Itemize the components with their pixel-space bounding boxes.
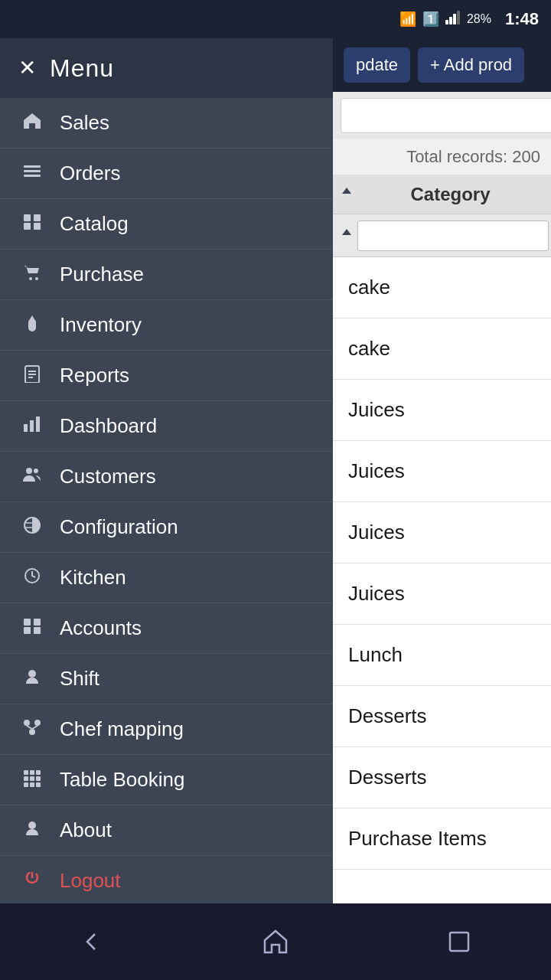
inventory-icon	[21, 314, 43, 337]
shift-icon	[21, 668, 43, 691]
customers-icon	[21, 466, 43, 488]
sort-icon[interactable]	[341, 186, 353, 202]
reports-icon	[21, 364, 43, 387]
battery-percent: 28%	[467, 12, 491, 26]
sidebar-item-dashboard[interactable]: Dashboard	[0, 401, 333, 452]
category-name-6: Juices	[348, 582, 405, 606]
update-button[interactable]: pdate	[344, 47, 410, 83]
svg-rect-9	[24, 223, 31, 230]
svg-rect-27	[34, 619, 41, 626]
status-icons: 📶 1️⃣ 28% 1:48	[399, 9, 539, 29]
category-name-5: Juices	[348, 521, 405, 544]
sidebar-item-shift[interactable]: Shift	[0, 654, 333, 704]
svg-rect-53	[450, 933, 468, 951]
svg-rect-6	[24, 175, 41, 177]
sidebar-item-logout-label: Logout	[60, 869, 121, 893]
sidebar-item-reports[interactable]: Reports	[0, 351, 333, 401]
svg-rect-41	[36, 776, 41, 781]
sidebar-item-inventory[interactable]: Inventory	[0, 300, 333, 351]
right-panel: pdate + Add prod Total records: 200	[333, 38, 551, 980]
recent-apps-button[interactable]	[429, 919, 490, 965]
sidebar-item-orders[interactable]: Orders	[0, 149, 333, 199]
search-bar	[333, 92, 551, 139]
sidebar-item-chef-mapping[interactable]: Chef mapping	[0, 704, 333, 755]
sidebar-item-logout[interactable]: Logout	[0, 856, 333, 906]
category-item-5[interactable]: Juices	[333, 502, 551, 564]
menu-title: Menu	[50, 54, 114, 83]
category-name-10: Purchase Items	[348, 827, 487, 851]
sidebar-item-kitchen[interactable]: Kitchen	[0, 553, 333, 603]
svg-rect-40	[30, 776, 34, 781]
purchase-icon	[21, 263, 43, 286]
orders-icon	[21, 162, 43, 185]
svg-rect-18	[30, 420, 34, 432]
svg-marker-50	[342, 188, 351, 194]
signal-icon	[445, 11, 461, 28]
category-filter-input[interactable]	[357, 220, 549, 251]
catalog-icon	[21, 213, 43, 236]
home-button[interactable]	[245, 919, 306, 965]
svg-marker-51	[342, 229, 351, 235]
svg-point-20	[26, 468, 32, 474]
svg-line-34	[27, 726, 32, 729]
add-product-button[interactable]: + Add prod	[418, 47, 524, 83]
sidebar-item-purchase[interactable]: Purchase	[0, 250, 333, 300]
back-button[interactable]	[61, 919, 122, 965]
sidebar-item-table-booking[interactable]: Table Booking	[0, 755, 333, 805]
svg-rect-3	[457, 11, 460, 24]
sidebar: ✕ Menu Sales	[0, 38, 333, 980]
svg-rect-28	[24, 627, 31, 634]
sidebar-item-customers[interactable]: Customers	[0, 452, 333, 502]
category-name-9: Desserts	[348, 766, 427, 789]
filter-row	[333, 214, 551, 257]
total-records-label: Total records: 200	[406, 147, 540, 166]
sidebar-item-accounts[interactable]: Accounts	[0, 603, 333, 654]
sidebar-item-customers-label: Customers	[60, 465, 156, 488]
category-item-8[interactable]: Desserts	[333, 686, 551, 747]
svg-rect-5	[24, 170, 41, 172]
sidebar-item-about[interactable]: About	[0, 805, 333, 856]
svg-point-12	[35, 277, 38, 280]
chef-mapping-icon	[21, 718, 43, 741]
close-icon[interactable]: ✕	[18, 57, 36, 79]
home-icon	[21, 112, 43, 135]
menu-header[interactable]: ✕ Menu	[0, 38, 333, 98]
category-item-4[interactable]: Juices	[333, 441, 551, 502]
category-item-6[interactable]: Juices	[333, 564, 551, 625]
accounts-icon	[21, 617, 43, 640]
sidebar-item-sales-label: Sales	[60, 111, 109, 135]
svg-rect-42	[24, 782, 28, 787]
sidebar-item-configuration[interactable]: Configuration	[0, 502, 333, 553]
sidebar-item-reports-label: Reports	[60, 364, 129, 387]
category-item-7[interactable]: Lunch	[333, 625, 551, 686]
category-name-4: Juices	[348, 459, 405, 483]
kitchen-icon	[21, 567, 43, 590]
category-item-1[interactable]: cake	[333, 257, 551, 318]
category-name-1: cake	[348, 276, 390, 299]
svg-rect-39	[24, 776, 28, 781]
category-item-3[interactable]: Juices	[333, 380, 551, 441]
category-item-9[interactable]: Desserts	[333, 747, 551, 808]
svg-rect-8	[34, 214, 41, 221]
category-name-2: cake	[348, 337, 390, 361]
search-input[interactable]	[341, 98, 551, 133]
sidebar-item-catalog[interactable]: Catalog	[0, 199, 333, 250]
category-list: cake cake Juices Juices Juices Juices Lu…	[333, 257, 551, 980]
svg-point-32	[34, 720, 41, 726]
svg-point-45	[28, 822, 36, 829]
sidebar-item-sales[interactable]: Sales	[0, 98, 333, 149]
svg-rect-26	[24, 619, 31, 626]
svg-point-31	[24, 720, 30, 726]
category-name-3: Juices	[348, 398, 405, 422]
sidebar-item-chef-mapping-label: Chef mapping	[60, 717, 184, 741]
filter-sort-icon[interactable]	[341, 227, 353, 243]
svg-rect-43	[30, 782, 34, 787]
category-item-10[interactable]: Purchase Items	[333, 808, 551, 870]
configuration-icon	[21, 516, 43, 539]
status-time: 1:48	[505, 9, 539, 29]
category-item-2[interactable]: cake	[333, 318, 551, 380]
svg-rect-17	[24, 424, 28, 432]
svg-rect-0	[445, 20, 448, 24]
sidebar-item-dashboard-label: Dashboard	[60, 414, 157, 438]
sidebar-item-kitchen-label: Kitchen	[60, 566, 126, 590]
